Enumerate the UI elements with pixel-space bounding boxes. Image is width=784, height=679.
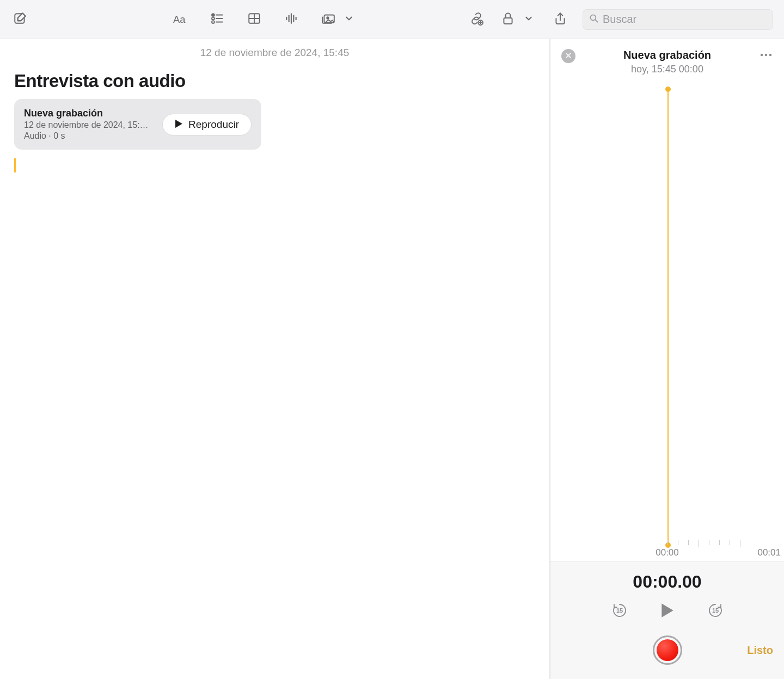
skip-forward-button[interactable]: 15 [706,602,725,621]
attachment-title: Nueva grabación [24,108,149,119]
waveform-icon [284,11,298,28]
svg-marker-31 [661,603,673,618]
skip-back-15-icon: 15 [611,602,628,621]
svg-point-29 [769,54,771,56]
svg-point-17 [327,17,328,18]
checklist-icon [210,11,224,28]
photo-icon [321,11,335,28]
format-button[interactable]: Aa [171,10,189,29]
share-icon [553,11,567,28]
share-button[interactable] [551,10,569,29]
play-attachment-button[interactable]: Reproducir [162,114,252,135]
media-menu-button[interactable] [340,10,358,29]
note-date: 12 de noviembre de 2024, 15:45 [14,39,535,59]
recorder-more-button[interactable] [759,49,773,59]
text-format-icon: Aa [173,11,187,28]
toolbar: Aa [0,0,784,39]
link-plus-icon [469,11,483,28]
chevron-down-icon [345,15,353,24]
waveform-timeline[interactable]: 00:00 00:01 [550,83,784,561]
close-recorder-button[interactable] [561,49,575,63]
close-icon [565,51,572,61]
svg-point-6 [212,21,215,23]
attachment-subtitle: 12 de noviembre de 2024, 15:… [24,120,149,130]
svg-line-23 [595,20,598,22]
svg-point-28 [765,54,767,56]
lock-button[interactable] [499,10,517,29]
record-icon [657,639,678,661]
svg-rect-21 [504,17,512,23]
lock-icon [501,11,515,28]
chevron-down-icon [525,15,532,24]
note-editor[interactable]: 12 de noviembre de 2024, 15:45 Entrevist… [0,39,550,679]
svg-point-2 [212,14,215,16]
play-label: Reproducir [188,119,239,131]
link-note-button[interactable] [467,10,486,29]
timeline-label-next: 00:01 [757,547,781,558]
note-title[interactable]: Entrevista con audio [14,71,535,91]
search-icon [589,13,603,26]
audio-button[interactable] [282,10,301,29]
table-icon [247,11,261,28]
skip-back-button[interactable]: 15 [610,602,629,621]
media-button[interactable] [319,10,338,29]
playhead[interactable] [667,89,669,545]
lock-menu-button[interactable] [519,10,538,29]
play-button[interactable] [658,602,677,621]
svg-text:15: 15 [712,607,718,614]
skip-forward-15-icon: 15 [707,602,724,621]
svg-marker-24 [175,120,182,128]
compose-button[interactable] [11,10,29,29]
audio-attachment[interactable]: Nueva grabación 12 de noviembre de 2024,… [14,99,261,150]
compose-icon [13,11,27,28]
recorder-controls: 00:00.00 15 15 [550,561,784,679]
search-box[interactable] [583,9,773,30]
timeline-ticks [667,540,740,547]
svg-text:15: 15 [616,607,622,614]
checklist-button[interactable] [208,10,226,29]
attachment-meta: Audio · 0 s [24,131,149,141]
timeline-label-start: 00:00 [656,547,679,558]
done-button[interactable]: Listo [747,644,773,657]
recording-title: Nueva grabación [575,49,759,61]
play-icon [659,602,676,621]
search-input[interactable] [603,13,767,26]
more-icon [760,49,772,59]
recording-subtitle: hoy, 15:45 00:00 [575,64,759,75]
play-icon [175,119,183,131]
text-cursor [14,158,16,172]
elapsed-time: 00:00.00 [561,572,773,592]
svg-point-27 [761,54,763,56]
svg-text:Aa: Aa [173,13,186,24]
svg-point-4 [212,17,215,20]
recorder-panel: Nueva grabación hoy, 15:45 00:00 00:00 0… [550,39,784,679]
record-button[interactable] [653,635,682,665]
table-button[interactable] [245,10,264,29]
